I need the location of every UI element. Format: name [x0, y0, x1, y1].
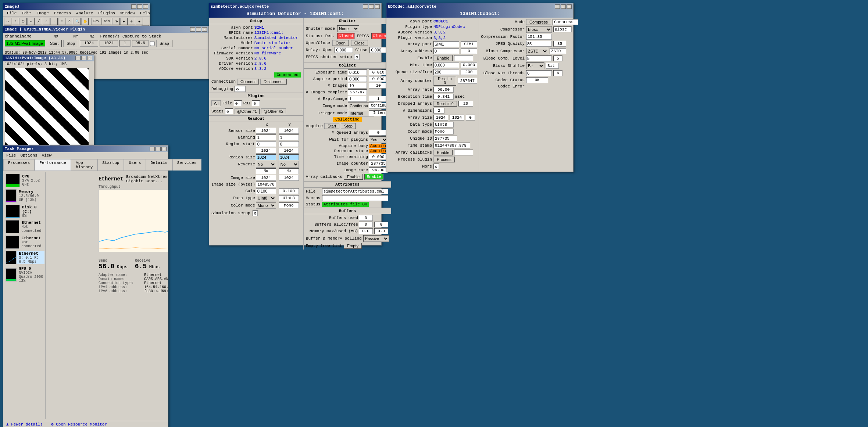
tm-close[interactable]: ✕: [161, 147, 167, 151]
delay-close-input[interactable]: [369, 47, 388, 53]
codec-min-time-input[interactable]: [433, 62, 459, 68]
perf-cpu[interactable]: CPU 17% 2.62 GHz: [6, 174, 44, 187]
reverse-y-select[interactable]: NoYes: [279, 161, 299, 168]
tool-poly[interactable]: ⬠: [19, 18, 27, 25]
codec-blosc-shuffle-select[interactable]: Bit: [526, 62, 544, 69]
exp-per-image-input[interactable]: [348, 96, 367, 102]
epics-minimize[interactable]: ─: [190, 27, 195, 32]
tab-details[interactable]: Details: [146, 159, 172, 171]
open-resource-monitor[interactable]: ⚙ Open Resource Monitor: [51, 422, 107, 427]
tool-sis[interactable]: Sis: [102, 18, 112, 25]
tm-maximize[interactable]: □: [156, 147, 161, 151]
menu-process[interactable]: Process: [52, 11, 73, 16]
codec-array-port-input[interactable]: [433, 41, 459, 47]
num-images-input[interactable]: [348, 83, 367, 89]
gain-input[interactable]: [256, 188, 276, 194]
perf-gpu[interactable]: GPU 0 NVIDIA Quadro 200013%: [6, 266, 44, 283]
epics-setup-btn[interactable]: ⚙: [354, 54, 360, 60]
tab-services[interactable]: Services: [172, 159, 201, 171]
codec-minimize[interactable]: ─: [555, 4, 560, 9]
menu-help[interactable]: Help: [138, 11, 152, 16]
codec-array-counter-btn[interactable]: Reset to 0: [433, 76, 456, 86]
tab-users[interactable]: Users: [124, 159, 146, 171]
shutter-close-btn[interactable]: Close: [351, 40, 368, 46]
tool-extra1[interactable]: ≫: [112, 18, 120, 25]
tool-wand[interactable]: ⌖: [58, 18, 65, 25]
codec-close[interactable]: ✕: [567, 4, 572, 9]
tab-processes[interactable]: Processes: [3, 159, 35, 171]
tm-minimize[interactable]: ─: [150, 147, 155, 151]
tool-extra2[interactable]: ▶: [120, 18, 128, 25]
tab-startup[interactable]: Startup: [97, 159, 124, 171]
tm-menu-file[interactable]: File: [4, 153, 18, 158]
other1-btn[interactable]: @Other #1: [235, 108, 260, 114]
menu-plugins[interactable]: Plugins: [96, 11, 117, 16]
iv-maximize[interactable]: □: [81, 56, 86, 60]
tool-oval[interactable]: ○: [12, 18, 19, 25]
iv-close[interactable]: ✕: [87, 56, 92, 60]
connect-btn[interactable]: Connect: [237, 79, 259, 85]
capture-checkbox[interactable]: [150, 41, 155, 46]
epics-close[interactable]: ✕: [202, 27, 207, 32]
wait-plugins-select[interactable]: Yes: [369, 136, 388, 143]
menu-analyze[interactable]: Analyze: [74, 11, 95, 16]
menu-edit[interactable]: Edit: [19, 11, 33, 16]
color-mode-select[interactable]: Mono: [256, 202, 276, 209]
codec-blosc-threads-input[interactable]: [526, 70, 552, 76]
tab-performance[interactable]: Performance: [35, 159, 71, 171]
perf-eth3[interactable]: Ethernet S: 0.1 R: 6.5 Mbps: [6, 251, 44, 264]
shutter-open-btn[interactable]: Open: [332, 40, 349, 46]
codec-maximize[interactable]: □: [561, 4, 566, 9]
codec-jpeg-input[interactable]: [526, 41, 552, 47]
codec-blosc-level-input[interactable]: [526, 55, 552, 61]
iv-minimize[interactable]: ─: [75, 56, 81, 60]
empty-btn[interactable]: Empty: [344, 243, 362, 249]
period-input[interactable]: [348, 76, 367, 82]
tool-zoom[interactable]: 🔍: [74, 18, 81, 25]
fewer-details[interactable]: ▲ Fewer details: [6, 422, 43, 427]
tool-text[interactable]: A: [66, 18, 73, 25]
disconnect-btn[interactable]: Disconnect: [260, 79, 287, 85]
reverse-x-select[interactable]: NoYes: [256, 161, 276, 168]
data-type-select[interactable]: UInt8: [256, 195, 276, 201]
tool-hand[interactable]: ✋: [81, 18, 89, 25]
binning-y-input[interactable]: [279, 134, 299, 140]
tool-extra3[interactable]: ⚙: [128, 18, 135, 25]
tool-dev[interactable]: Dev: [91, 18, 101, 25]
perf-eth2[interactable]: Ethernet Not connected: [6, 236, 44, 249]
sd-minimize[interactable]: ─: [363, 4, 368, 9]
sd-maximize[interactable]: □: [369, 4, 374, 9]
stop-button[interactable]: Stop: [63, 40, 78, 47]
shutter-mode-select[interactable]: None: [337, 25, 359, 32]
channel-value-input[interactable]: [5, 40, 45, 47]
region-size-y-input[interactable]: [279, 154, 299, 160]
tool-line[interactable]: ╱: [35, 18, 42, 25]
tool-freehand[interactable]: ✏: [27, 18, 35, 25]
tab-app-history[interactable]: App history: [71, 159, 97, 171]
exposure-input[interactable]: [348, 69, 367, 75]
tool-rect[interactable]: ▭: [4, 18, 11, 25]
sd-close[interactable]: ✕: [375, 4, 380, 9]
imagej-minimize[interactable]: ─: [131, 4, 136, 9]
region-start-x-input[interactable]: [256, 141, 276, 147]
epics-maximize[interactable]: □: [196, 27, 201, 32]
codec-array-addr-input[interactable]: [433, 48, 459, 54]
polling-select[interactable]: Passive: [363, 235, 389, 242]
tm-menu-view[interactable]: View: [40, 153, 54, 158]
snap-button[interactable]: Snap: [156, 40, 172, 47]
tool-angle[interactable]: ∠: [43, 18, 50, 25]
menu-image[interactable]: Image: [35, 11, 51, 16]
region-size-x-input[interactable]: [256, 154, 276, 160]
perf-disk[interactable]: Disk 0 (C:) 0%: [6, 205, 44, 218]
imagej-close[interactable]: ✕: [143, 4, 148, 9]
codec-process-btn[interactable]: Process: [433, 157, 455, 162]
region-start-y-input[interactable]: [279, 141, 299, 147]
imagej-maximize[interactable]: □: [137, 4, 142, 9]
menu-window[interactable]: Window: [118, 11, 137, 16]
codec-callbacks-btn[interactable]: Enable: [433, 150, 453, 155]
acquire-stop-btn[interactable]: Stop: [341, 123, 356, 129]
tool-extra4[interactable]: ◈: [136, 18, 143, 25]
start-button[interactable]: Start: [47, 40, 62, 47]
codec-dropped-btn[interactable]: Reset to 0: [433, 101, 457, 107]
acquire-start-btn[interactable]: Start: [324, 123, 339, 129]
